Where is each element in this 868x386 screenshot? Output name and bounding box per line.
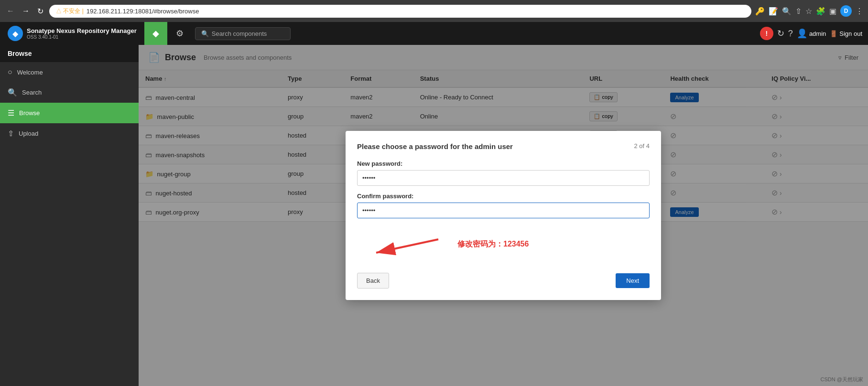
username-label: admin [809,30,826,37]
back-button[interactable]: Back [357,273,389,289]
next-button[interactable]: Next [616,273,650,288]
key-icon: 🔑 [755,7,765,16]
sidebar-item-upload[interactable]: ⇧ Upload [0,123,139,144]
reload-button[interactable]: ↻ [35,5,45,18]
browser-chrome: ← → ↻ △ 不安全 | 192.168.211.129:18081/#bro… [0,0,868,22]
modal-footer: Back Next [357,273,650,289]
password-modal: Please choose a password for the admin u… [346,131,661,300]
url-text: 192.168.211.129:18081/#browse/browse [87,8,199,15]
modal-step: 2 of 4 [634,142,650,150]
modal-title: Please choose a password for the admin u… [357,142,513,150]
user-icon: 👤 [797,28,807,39]
top-nav: ◆ Sonatype Nexus Repository Manager OSS … [0,22,868,45]
search-icon: 🔍 [201,30,209,37]
confirm-password-label: Confirm password: [357,193,650,200]
signout-icon: 🚪 [830,30,837,37]
logo-text: Sonatype Nexus Repository Manager OSS 3.… [27,27,137,40]
zoom-icon: 🔍 [782,7,792,16]
app-version: OSS 3.40.1-01 [27,34,137,40]
sidebar-item-browse[interactable]: ☰ Browse [0,103,139,123]
signout-label: Sign out [839,30,862,37]
window-icon: ▣ [829,7,836,16]
modal-annotation: 修改密码为：123456 [357,230,650,258]
confirm-password-input[interactable] [357,203,650,218]
security-warning-icon: △ 不安全 | [56,7,84,15]
sidebar: Browse ○ Welcome 🔍 Search ☰ Browse ⇧ Upl… [0,45,139,386]
browser-actions: 🔑 📝 🔍 ⇧ ☆ 🧩 ▣ D ⋮ [755,5,863,17]
global-search-bar[interactable]: 🔍 Search components [195,27,291,40]
browse-nav-icon[interactable]: ◆ [144,22,167,45]
content-area: 📄 Browse Browse assets and components ▿ … [139,45,868,386]
share-icon: ⇧ [795,7,802,16]
sidebar-item-browse-label: Browse [19,109,40,117]
sidebar-section-title: Browse [0,45,139,62]
extension-icon: 🧩 [816,7,825,16]
user-info: 👤 admin [797,28,826,39]
app-logo: ◆ Sonatype Nexus Repository Manager OSS … [0,26,144,41]
new-password-label: New password: [357,160,650,167]
annotation-text: 修改密码为：123456 [457,239,529,249]
alert-icon: ! [760,27,773,40]
logo-icon: ◆ [8,26,23,41]
upload-icon: ⇧ [8,129,14,138]
sidebar-item-upload-label: Upload [19,130,38,137]
menu-icon[interactable]: ⋮ [856,7,863,16]
search-placeholder: Search components [212,30,267,37]
app-title: Sonatype Nexus Repository Manager [27,27,137,34]
settings-nav-icon[interactable]: ⚙ [168,22,191,45]
sidebar-item-welcome[interactable]: ○ Welcome [0,62,139,82]
main-layout: Browse ○ Welcome 🔍 Search ☰ Browse ⇧ Upl… [0,45,868,386]
help-icon[interactable]: ? [788,29,793,39]
browser-avatar: D [840,5,852,17]
refresh-icon[interactable]: ↻ [777,28,784,39]
translate-icon: 📝 [769,7,778,16]
app: ◆ Sonatype Nexus Repository Manager OSS … [0,22,868,386]
address-bar[interactable]: △ 不安全 | 192.168.211.129:18081/#browse/br… [49,5,751,18]
top-nav-right: ! ↻ ? 👤 admin 🚪 Sign out [760,27,868,40]
sidebar-item-welcome-label: Welcome [17,69,43,76]
search-icon: 🔍 [8,88,17,97]
annotation-arrow [357,230,453,258]
back-button[interactable]: ← [5,5,16,17]
modal-header: Please choose a password for the admin u… [357,142,650,150]
signout-button[interactable]: 🚪 Sign out [830,30,862,37]
top-nav-icons: ◆ ⚙ [144,22,191,45]
new-password-input[interactable] [357,170,650,186]
browse-icon: ☰ [8,108,14,118]
welcome-icon: ○ [8,68,12,76]
confirm-password-group: Confirm password: [357,193,650,225]
modal-overlay: Please choose a password for the admin u… [139,45,868,386]
svg-line-1 [376,239,438,253]
new-password-group: New password: [357,160,650,193]
sidebar-item-search[interactable]: 🔍 Search [0,82,139,103]
sidebar-item-search-label: Search [22,89,42,96]
forward-button[interactable]: → [20,5,32,17]
bookmark-icon: ☆ [805,7,812,16]
